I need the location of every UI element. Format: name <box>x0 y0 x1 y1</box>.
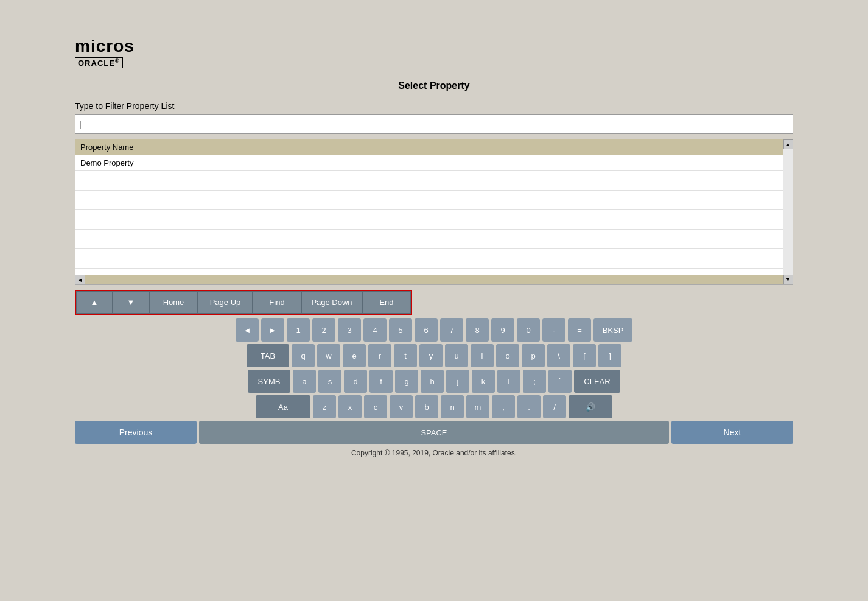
key-backtick[interactable]: ` <box>548 370 572 393</box>
key-f[interactable]: f <box>369 370 393 393</box>
key-0[interactable]: 0 <box>517 318 540 342</box>
key-d[interactable]: d <box>344 370 367 393</box>
keyboard-row-1: ◄ ► 1 2 3 4 5 6 7 8 9 0 - = BKSP <box>75 318 793 342</box>
key-t[interactable]: t <box>394 344 417 367</box>
key-b[interactable]: b <box>415 395 438 418</box>
key-open-bracket[interactable]: [ <box>573 344 596 367</box>
keyboard-row-3: SYMB a s d f g h j k l ; ` CLEAR <box>75 370 793 393</box>
key-tab[interactable]: TAB <box>247 344 289 367</box>
key-sound[interactable]: 🔊 <box>569 395 612 418</box>
key-backspace[interactable]: BKSP <box>593 318 632 342</box>
nav-find-button[interactable]: Find <box>253 291 301 314</box>
table-body: Demo Property <box>75 155 793 275</box>
key-e[interactable]: e <box>343 344 366 367</box>
table-bottom-bar: ◄ ► <box>75 275 793 284</box>
nav-home-button[interactable]: Home <box>149 291 198 314</box>
scrollbar[interactable]: ▲ ▼ <box>783 139 793 284</box>
key-caps[interactable]: Aa <box>256 395 310 418</box>
key-a[interactable]: a <box>293 370 316 393</box>
nav-pageup-button[interactable]: Page Up <box>198 291 253 314</box>
key-h[interactable]: h <box>421 370 444 393</box>
key-left-arrow[interactable]: ◄ <box>236 318 259 342</box>
nav-down-button[interactable]: ▼ <box>113 291 149 314</box>
key-7[interactable]: 7 <box>440 318 463 342</box>
key-2[interactable]: 2 <box>312 318 335 342</box>
table-row[interactable] <box>75 210 793 230</box>
key-5[interactable]: 5 <box>389 318 412 342</box>
logo-micros: micros <box>75 37 799 56</box>
table-row[interactable]: Demo Property <box>75 155 793 171</box>
nav-pagedown-button[interactable]: Page Down <box>301 291 362 314</box>
keyboard-row-2: TAB q w e r t y u i o p \ [ ] <box>75 344 793 367</box>
scroll-down[interactable]: ▼ <box>783 275 793 284</box>
key-9[interactable]: 9 <box>491 318 514 342</box>
table-header: Property Name ▲ ▼ <box>75 139 793 155</box>
copyright: Copyright © 1995, 2019, Oracle and/or it… <box>75 449 793 457</box>
previous-button[interactable]: Previous <box>75 421 197 444</box>
key-3[interactable]: 3 <box>338 318 361 342</box>
key-c[interactable]: c <box>364 395 387 418</box>
key-m[interactable]: m <box>466 395 489 418</box>
nav-end-button[interactable]: End <box>362 291 411 314</box>
key-x[interactable]: x <box>338 395 362 418</box>
key-y[interactable]: y <box>419 344 443 367</box>
key-v[interactable]: v <box>390 395 413 418</box>
next-button[interactable]: Next <box>671 421 793 444</box>
key-slash[interactable]: / <box>543 395 566 418</box>
key-r[interactable]: r <box>368 344 391 367</box>
key-clear[interactable]: CLEAR <box>574 370 620 393</box>
key-symb[interactable]: SYMB <box>248 370 290 393</box>
scroll-up[interactable]: ▲ <box>783 139 793 149</box>
logo-oracle: ORACLE <box>75 57 123 68</box>
key-close-bracket[interactable]: ] <box>598 344 621 367</box>
key-s[interactable]: s <box>318 370 341 393</box>
nav-up-button[interactable]: ▲ <box>76 291 113 314</box>
key-j[interactable]: j <box>446 370 469 393</box>
keyboard: ◄ ► 1 2 3 4 5 6 7 8 9 0 - = BKSP TAB q w <box>75 315 793 444</box>
key-minus[interactable]: - <box>542 318 565 342</box>
key-o[interactable]: o <box>496 344 519 367</box>
scroll-left[interactable]: ◄ <box>75 275 85 284</box>
space-button[interactable]: SPACE <box>199 421 669 444</box>
key-z[interactable]: z <box>313 395 336 418</box>
key-8[interactable]: 8 <box>466 318 489 342</box>
table-row[interactable] <box>75 230 793 249</box>
key-4[interactable]: 4 <box>363 318 387 342</box>
key-equals[interactable]: = <box>568 318 591 342</box>
key-n[interactable]: n <box>441 395 464 418</box>
key-k[interactable]: k <box>472 370 495 393</box>
table-row[interactable] <box>75 249 793 269</box>
key-g[interactable]: g <box>395 370 418 393</box>
page-title: Select Property <box>75 80 793 91</box>
filter-label: Type to Filter Property List <box>75 101 793 111</box>
key-u[interactable]: u <box>445 344 468 367</box>
key-p[interactable]: p <box>522 344 545 367</box>
key-q[interactable]: q <box>292 344 315 367</box>
property-table: Property Name ▲ ▼ Demo Property ◄ <box>75 139 793 285</box>
keyboard-row-4: Aa z x c v b n m , . / 🔊 <box>75 395 793 418</box>
key-l[interactable]: l <box>497 370 520 393</box>
key-right-arrow[interactable]: ► <box>261 318 284 342</box>
nav-bar: ▲ ▼ Home Page Up Find Page Down End <box>75 290 412 315</box>
table-row[interactable] <box>75 171 793 191</box>
key-w[interactable]: w <box>317 344 340 367</box>
key-semicolon[interactable]: ; <box>523 370 546 393</box>
key-1[interactable]: 1 <box>287 318 310 342</box>
key-comma[interactable]: , <box>492 395 515 418</box>
key-6[interactable]: 6 <box>415 318 438 342</box>
key-i[interactable]: i <box>471 344 494 367</box>
keyboard-row-bottom: Previous SPACE Next <box>75 421 793 444</box>
key-period[interactable]: . <box>517 395 541 418</box>
table-row[interactable] <box>75 191 793 210</box>
key-backslash[interactable]: \ <box>547 344 570 367</box>
filter-input[interactable] <box>75 114 793 134</box>
